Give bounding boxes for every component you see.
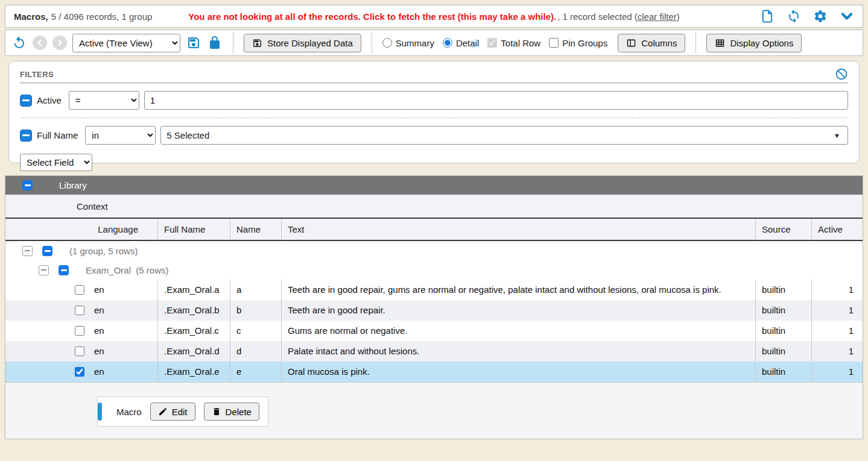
store-displayed-data-button[interactable]: Store Displayed Data xyxy=(244,34,361,52)
macro-accent-bar xyxy=(98,403,102,421)
filter-remove-icon[interactable] xyxy=(20,95,32,107)
grid-icon xyxy=(715,38,725,48)
total-row-label[interactable]: Total Row xyxy=(501,38,540,48)
language-cell: en xyxy=(5,362,157,382)
forward-icon[interactable] xyxy=(52,36,67,50)
pin-groups-checkbox[interactable] xyxy=(549,38,559,48)
display-options-button[interactable]: Display Options xyxy=(706,34,802,52)
edit-button[interactable]: Edit xyxy=(150,403,195,421)
table-header-row: Language Full Name Name Text Source Acti… xyxy=(5,219,863,241)
pin-groups-label[interactable]: Pin Groups xyxy=(562,38,607,48)
language-value: en xyxy=(94,305,104,316)
column-header-active[interactable]: Active xyxy=(811,219,863,240)
collapse-library-icon[interactable] xyxy=(22,180,33,190)
filter-value-input[interactable] xyxy=(144,91,848,110)
source-cell: builtin xyxy=(755,341,811,362)
language-cell: en xyxy=(5,280,157,300)
text-cell: Teeth are in good repair, gums are norma… xyxy=(281,280,755,300)
row-checkbox[interactable] xyxy=(75,326,84,336)
new-file-icon[interactable] xyxy=(760,9,775,24)
detail-radio[interactable] xyxy=(443,38,452,48)
source-cell: builtin xyxy=(755,300,811,321)
full-name-cell: .Exam_Oral.b xyxy=(157,300,230,321)
collapse-exam-oral-icon[interactable] xyxy=(39,265,49,275)
columns-button[interactable]: Columns xyxy=(618,34,685,52)
language-value: en xyxy=(94,346,104,357)
header-bar: Macros, 5 / 4096 records, 1 group You ar… xyxy=(5,5,863,28)
lock-icon[interactable] xyxy=(207,35,223,51)
text-cell: Palate intact and without lesions. xyxy=(281,341,755,362)
column-header-language[interactable]: Language xyxy=(5,219,157,240)
name-cell: b xyxy=(230,300,281,321)
back-icon[interactable] xyxy=(33,36,47,50)
filters-divider xyxy=(20,83,848,83)
view-select[interactable]: Active (Tree View) xyxy=(72,34,180,52)
page-title: Macros, xyxy=(14,11,48,22)
records-table: Library Context Language Full Name Name … xyxy=(5,175,863,439)
selection-text: , 1 record selected ( xyxy=(557,11,638,22)
store-displayed-data-label: Store Displayed Data xyxy=(267,38,353,48)
gear-icon[interactable] xyxy=(813,9,828,24)
root-minus-icon[interactable] xyxy=(42,246,52,256)
row-checkbox[interactable] xyxy=(75,306,84,315)
record-count: 5 / 4096 records, 1 group xyxy=(51,11,153,22)
refresh-icon[interactable] xyxy=(787,9,801,24)
total-row-checkbox[interactable] xyxy=(487,38,497,48)
source-cell: builtin xyxy=(755,321,811,341)
row-checkbox[interactable] xyxy=(75,367,84,377)
row-checkbox[interactable] xyxy=(75,347,84,356)
filters-panel: FILTERS Active=Full Namein5 Selected▼ Se… xyxy=(8,61,860,163)
filter-remove-icon[interactable] xyxy=(20,130,32,142)
language-cell: en xyxy=(5,300,157,321)
table-row[interactable]: en.Exam_Oral.ccGums are normal or negati… xyxy=(5,321,863,341)
language-value: en xyxy=(94,366,104,377)
column-header-text[interactable]: Text xyxy=(281,219,755,240)
filter-multiselect-value: 5 Selected xyxy=(166,130,209,140)
text-cell: Gums are normal or negative. xyxy=(281,321,755,341)
clear-filter-link[interactable]: clear filter xyxy=(638,11,677,22)
select-field-dropdown[interactable]: Select Field xyxy=(20,154,92,171)
filter-row: Active= xyxy=(20,91,848,110)
table-row[interactable]: en.Exam_Oral.ddPalate intact and without… xyxy=(5,341,863,362)
language-cell: en xyxy=(5,341,157,362)
delete-label: Delete xyxy=(226,407,252,417)
summary-label[interactable]: Summary xyxy=(396,38,434,48)
full-name-cell: .Exam_Oral.d xyxy=(157,341,230,362)
table-row[interactable]: en.Exam_Oral.aaTeeth are in good repair,… xyxy=(5,280,863,300)
filter-operator-select[interactable]: = xyxy=(69,91,139,110)
filters-title: FILTERS xyxy=(20,70,54,79)
text-cell: Teeth are in good repair. xyxy=(281,300,755,321)
macro-label: Macro xyxy=(116,407,142,417)
undo-icon[interactable] xyxy=(11,35,27,51)
clear-filters-icon[interactable] xyxy=(835,67,848,81)
full-name-cell: .Exam_Oral.e xyxy=(157,362,230,382)
row-checkbox[interactable] xyxy=(75,285,84,295)
column-header-source[interactable]: Source xyxy=(755,219,811,240)
detail-label[interactable]: Detail xyxy=(456,38,479,48)
active-cell: 1 xyxy=(811,362,863,382)
collapse-root-icon[interactable] xyxy=(22,246,33,256)
table-row[interactable]: en.Exam_Oral.eeOral mucosa is pink.built… xyxy=(5,362,863,382)
language-value: en xyxy=(94,325,104,336)
display-options-label: Display Options xyxy=(730,38,793,48)
filter-operator-select[interactable]: in xyxy=(85,126,156,145)
library-title: Library xyxy=(59,180,87,190)
summary-radio[interactable] xyxy=(382,38,392,48)
column-header-name[interactable]: Name xyxy=(230,219,281,240)
save-view-icon[interactable] xyxy=(186,35,201,51)
name-cell: d xyxy=(230,341,281,362)
full-name-cell: .Exam_Oral.c xyxy=(157,321,230,341)
exam-oral-minus-icon[interactable] xyxy=(59,265,69,275)
columns-label: Columns xyxy=(641,38,677,48)
fetch-warning[interactable]: You are not looking at all of the record… xyxy=(188,11,556,22)
edit-label: Edit xyxy=(172,407,188,417)
table-row[interactable]: en.Exam_Oral.bbTeeth are in good repair.… xyxy=(5,300,863,321)
delete-button[interactable]: Delete xyxy=(204,403,259,421)
group-header-library: Library xyxy=(5,176,863,195)
full-name-cell: .Exam_Oral.a xyxy=(157,280,230,300)
language-cell: en xyxy=(5,321,157,341)
chevron-down-icon[interactable] xyxy=(840,9,854,24)
filter-multiselect[interactable]: 5 Selected▼ xyxy=(160,126,848,145)
column-header-full-name[interactable]: Full Name xyxy=(157,219,230,240)
source-cell: builtin xyxy=(755,280,811,300)
